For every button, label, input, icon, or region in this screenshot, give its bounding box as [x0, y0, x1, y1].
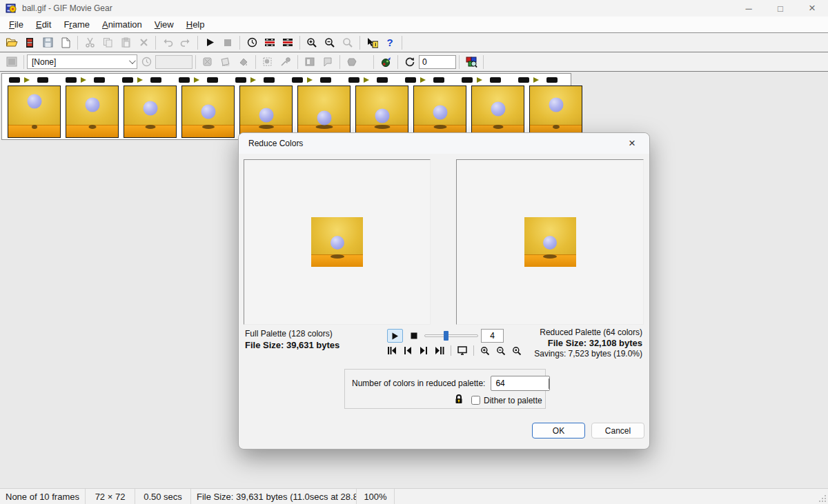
optimize-button[interactable]: [377, 54, 395, 70]
dither-label: Dither to palette: [484, 396, 542, 405]
dialog-close-icon[interactable]: ×: [622, 135, 642, 152]
chevron-down-icon: [549, 379, 549, 388]
film-frame[interactable]: [297, 85, 351, 138]
menu-animation[interactable]: Animation: [96, 18, 148, 31]
film-frame[interactable]: [471, 85, 524, 138]
sprocket-hole: [292, 77, 303, 83]
stop-button[interactable]: [219, 34, 237, 51]
menu-edit[interactable]: Edit: [30, 18, 57, 31]
current-frame-field[interactable]: 4: [481, 329, 504, 343]
resize-grip[interactable]: [819, 495, 826, 502]
selection-button[interactable]: [259, 54, 277, 70]
comment-button[interactable]: [319, 54, 337, 70]
menu-frame[interactable]: Frame: [57, 18, 96, 31]
play-button[interactable]: [201, 34, 219, 51]
shape-button[interactable]: [343, 54, 361, 70]
minimize-button[interactable]: ─: [733, 0, 765, 17]
zoom-fit-button[interactable]: [339, 34, 357, 51]
save-button[interactable]: [39, 34, 57, 51]
sprocket-hole: [94, 77, 105, 83]
insert-frames-button[interactable]: [21, 34, 39, 51]
clock-button[interactable]: [243, 34, 261, 51]
slider-thumb[interactable]: [444, 331, 448, 341]
toolbar-main: i ?: [0, 33, 828, 52]
playback-controls: 4: [387, 329, 504, 343]
film-frame[interactable]: [529, 85, 582, 138]
loop-button[interactable]: [401, 54, 419, 70]
menu-help[interactable]: Help: [180, 18, 211, 31]
delete-button[interactable]: [135, 34, 152, 51]
dither-checkbox[interactable]: [471, 396, 480, 405]
separator: [77, 36, 78, 50]
paste-button[interactable]: [117, 34, 135, 51]
loop-count-field[interactable]: [419, 55, 456, 69]
frame-slider[interactable]: [424, 329, 478, 343]
last-frame-button[interactable]: [433, 345, 446, 356]
separator: [359, 36, 360, 50]
cancel-button[interactable]: Cancel: [591, 423, 644, 439]
eyedropper-button[interactable]: [277, 54, 295, 70]
first-frame-button[interactable]: [386, 345, 398, 356]
sprocket-hole: [405, 77, 416, 83]
play-button[interactable]: [387, 329, 403, 343]
frame-delay-button[interactable]: [261, 34, 279, 51]
stop-button[interactable]: [406, 329, 422, 343]
next-frame-button[interactable]: [417, 345, 430, 356]
colors-count-label: Number of colors in reduced palette:: [352, 379, 485, 388]
ok-button[interactable]: OK: [532, 423, 585, 439]
film-frame[interactable]: [8, 85, 61, 138]
titlebar: ball.gif - GIF Movie Gear ─ □ ×: [0, 0, 828, 17]
colors-count-combobox[interactable]: 64: [491, 376, 550, 391]
help-button[interactable]: ?: [381, 34, 399, 51]
menu-file[interactable]: File: [3, 18, 30, 31]
global-delay-button[interactable]: [279, 34, 297, 51]
dialog-titlebar: Reduce Colors ×: [239, 133, 649, 154]
separator: [402, 36, 402, 50]
transition-combobox[interactable]: [None]: [27, 54, 137, 69]
frame-marker-icon: [533, 77, 539, 83]
chip-button[interactable]: [217, 54, 235, 70]
frame-properties-button[interactable]: [3, 54, 21, 70]
separator: [373, 55, 374, 69]
delay-clock-button[interactable]: [137, 54, 155, 70]
palette-button[interactable]: [199, 54, 217, 70]
fill-button[interactable]: [235, 54, 253, 70]
copy-button[interactable]: [99, 34, 117, 51]
zoom-out-button[interactable]: [321, 34, 339, 51]
film-frame[interactable]: [413, 85, 466, 138]
zoom-in-button[interactable]: [303, 34, 321, 51]
film-frame[interactable]: [181, 85, 235, 138]
separator: [155, 36, 156, 50]
sprocket-hole: [179, 77, 190, 83]
new-button[interactable]: [57, 34, 75, 51]
preview-monitor-button[interactable]: [456, 345, 469, 356]
reduced-palette-label: Reduced Palette (64 colors): [534, 327, 642, 337]
menu-view[interactable]: View: [148, 18, 180, 31]
film-frame[interactable]: [124, 85, 177, 138]
close-button[interactable]: ×: [796, 0, 828, 17]
sprocket-hole: [37, 77, 48, 83]
zoom-in-button[interactable]: [479, 345, 491, 356]
frame-marker-icon: [364, 77, 369, 83]
film-frame[interactable]: [355, 85, 408, 138]
reduced-palette-size: File Size: 32,108 bytes: [534, 338, 642, 348]
previous-frame-button[interactable]: [402, 345, 414, 356]
open-button[interactable]: [3, 34, 21, 51]
crop-button[interactable]: [301, 54, 319, 70]
zoom-actual-button[interactable]: [511, 345, 523, 356]
film-frame[interactable]: [239, 85, 293, 138]
cut-button[interactable]: [81, 34, 99, 51]
undo-button[interactable]: [159, 34, 177, 51]
film-frame[interactable]: [66, 85, 119, 138]
sprocket-hole: [377, 77, 388, 83]
context-help-button[interactable]: i: [363, 34, 381, 51]
sprocket-hole: [235, 77, 246, 83]
frame-marker-icon: [250, 77, 256, 83]
maximize-button[interactable]: □: [765, 0, 796, 17]
frame-marker-icon: [137, 77, 143, 83]
delay-field[interactable]: [155, 55, 193, 69]
transition-value: [None]: [28, 57, 126, 67]
zoom-out-button[interactable]: [495, 345, 507, 356]
reduce-colors-button[interactable]: [462, 54, 480, 70]
redo-button[interactable]: [177, 34, 195, 51]
